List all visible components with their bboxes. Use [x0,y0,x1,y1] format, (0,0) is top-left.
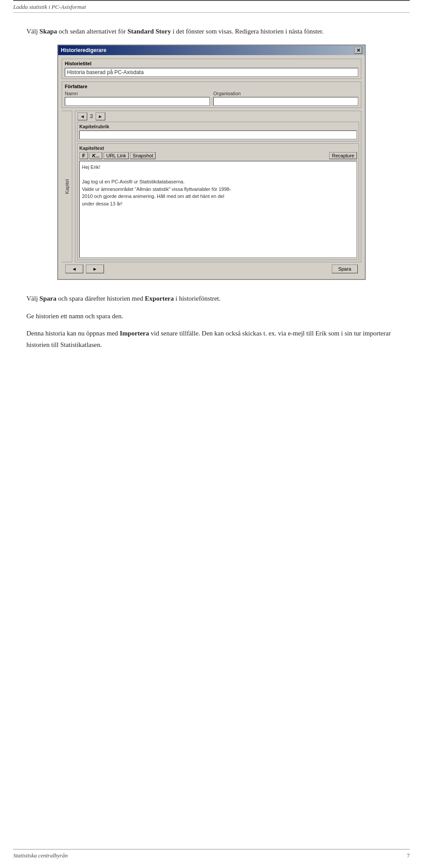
body-p2-pre: Välj [26,295,40,302]
text-line-6: under dessa 13 år! [82,200,354,208]
spara-button[interactable]: Spara [332,264,358,273]
body-paragraph-3: Ge historien ett namn och spara den. [26,311,397,322]
organisation-label: Organisation [213,91,358,96]
footer-org: Statistiska centralbyrån [13,852,68,859]
kapitel-tab[interactable]: Kapitel [62,111,72,262]
kapiteltext-toolbar: F K... URL Link Snapshot Recapture [79,152,357,159]
text-line-5: 2010 och gjorde denna animering. Håll me… [82,193,354,200]
intro-paragraph: Välj Skapa och sedan alternativet för St… [26,26,397,37]
chapter-next-button[interactable]: ► [96,112,105,120]
historietitel-input[interactable] [65,68,358,77]
forfattare-label: Författare [65,84,358,89]
body-bold-spara: Spara [40,295,56,302]
organisation-input[interactable] [213,97,358,106]
kapiteltext-label: Kapiteltext [79,145,357,151]
dialog-title: Historieredigerare [61,47,106,53]
intro-text-end: i det fönster som visas. Redigera histor… [171,28,324,35]
organisation-col: Organisation [213,91,358,106]
body-p4-pre: Denna historia kan nu öppnas med [26,330,120,337]
historietitel-section: Historietitel [62,59,361,79]
main-content: Välj Skapa och sedan alternativet för St… [26,26,397,350]
namn-label: Namn [65,91,210,96]
text-line-1: Hej Erik! [82,164,354,171]
intro-bold-standard: Standard Story [127,28,171,35]
body-p2-mid: och spara därefter historien med [56,295,145,302]
bold-button[interactable]: F [79,152,88,159]
kapiteltext-textarea[interactable]: Hej Erik! Jag tog ut en PC-Axisfil ur St… [79,161,357,258]
author-row: Namn Organisation [65,91,358,106]
text-line-2 [82,171,354,179]
chapter-number-row: ◄ 3 ► [75,111,361,122]
dialog-titlebar: Historieredigerare ✕ [58,45,365,55]
snapshot-button[interactable]: Snapshot [130,152,156,159]
historietitel-label: Historietitel [65,61,358,66]
historieredigerare-dialog: Historieredigerare ✕ Historietitel Förfa… [57,45,366,280]
kapitelrubrik-input[interactable] [79,130,357,139]
page-number: 7 [407,852,410,859]
namn-col: Namn [65,91,210,106]
intro-text-pre: Välj [26,28,40,35]
footer-btn-left[interactable]: ◄ [65,264,83,273]
doc-title: Ladda statistik i PC-Axisformat [13,4,86,11]
forfattare-section: Författare Namn Organisation [62,82,361,108]
body-paragraph-4: Denna historia kan nu öppnas med Importe… [26,328,397,350]
chapter-tabs-area: Kapitel ◄ 3 ► Kapitelrubrik [62,111,361,262]
kapitelrubrik-label: Kapitelrubrik [79,124,357,129]
recapture-button[interactable]: Recapture [329,152,357,159]
body-p3-text: Ge historien ett namn och spara den. [26,313,123,320]
dialog-close-button[interactable]: ✕ [354,47,362,54]
url-link-button[interactable]: URL Link [104,152,129,159]
chapter-content: ◄ 3 ► Kapitelrubrik Kapiteltext [75,111,361,262]
page-footer: Statistiska centralbyrån 7 [13,849,410,859]
text-line-3: Jag tog ut en PC-Axisfil ur Statistikdat… [82,178,354,186]
top-rule [13,0,410,4]
chapter-number: 3 [90,113,93,119]
body-bold-exportera: Exportera [145,295,174,302]
intro-bold-skapa: Skapa [40,28,57,35]
footer-btn-right[interactable]: ► [86,264,104,273]
chapter-prev-button[interactable]: ◄ [78,112,87,120]
page-title-bar: Ladda statistik i PC-Axisformat [13,4,410,13]
kapiteltext-section: Kapiteltext F K... URL Link Snapshot Rec… [77,143,359,260]
text-line-4: Valde ur ämnesområdet "Allmän statistik"… [82,186,354,193]
intro-text-mid: och sedan alternativet för [57,28,128,35]
namn-input[interactable] [65,97,210,106]
body-p2-end: i historiefönstret. [174,295,221,302]
body-bold-importera: Importera [120,330,149,337]
body-paragraph-2: Välj Spara och spara därefter historien … [26,293,397,305]
kapitelrubrik-section: Kapitelrubrik [77,122,359,142]
dialog-body: Historietitel Författare Namn Organisati… [58,55,365,279]
dialog-footer: ◄ ► Spara [62,262,361,276]
italic-button[interactable]: K... [89,152,102,159]
